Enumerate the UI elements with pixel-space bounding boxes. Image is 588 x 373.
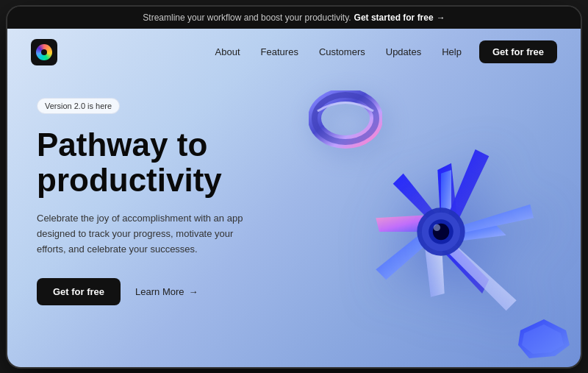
hero-subtitle: Celebrate the joy of accomplishment with… <box>37 211 250 257</box>
svg-point-15 <box>429 219 453 244</box>
svg-marker-3 <box>441 224 506 241</box>
announcement-bar: Streamline your workflow and boost your … <box>7 7 581 29</box>
nav-links: About Features Customers Updates Help <box>215 46 462 57</box>
hero-title: Pathway to productivity <box>37 127 250 199</box>
website-content: About Features Customers Updates Help Ge… <box>7 29 581 367</box>
svg-marker-12 <box>436 232 517 310</box>
torus-decoration <box>309 90 382 149</box>
svg-marker-18 <box>518 319 570 358</box>
svg-marker-9 <box>441 170 451 232</box>
nav-features[interactable]: Features <box>261 46 298 57</box>
nav-cta-button[interactable]: Get for free <box>479 40 557 63</box>
announcement-text: Streamline your workflow and boost your … <box>143 13 351 23</box>
nav-updates[interactable]: Updates <box>386 46 421 57</box>
svg-point-17 <box>434 224 440 230</box>
svg-marker-4 <box>437 232 489 294</box>
nav-about[interactable]: About <box>215 46 240 57</box>
hero-primary-button[interactable]: Get for free <box>37 278 121 305</box>
hero-content: Version 2.0 is here Pathway to productiv… <box>37 90 250 305</box>
svg-point-13 <box>417 207 465 255</box>
hero-decorations <box>243 76 581 367</box>
svg-marker-8 <box>393 173 445 231</box>
svg-point-14 <box>422 212 460 250</box>
device-screen: Streamline your workflow and boost your … <box>7 7 581 367</box>
svg-point-0 <box>315 95 376 142</box>
svg-marker-2 <box>437 163 458 231</box>
logo-icon <box>36 44 52 60</box>
nav-help[interactable]: Help <box>442 46 462 57</box>
svg-marker-11 <box>441 204 534 235</box>
hero-buttons: Get for free Learn More → <box>37 278 250 305</box>
svg-marker-6 <box>376 228 441 280</box>
navbar: About Features Customers Updates Help Ge… <box>7 29 581 76</box>
version-badge: Version 2.0 is here <box>37 98 120 114</box>
hero-title-line2: productivity <box>37 162 222 198</box>
svg-marker-19 <box>522 324 564 354</box>
learn-more-arrow: → <box>189 286 198 297</box>
announcement-cta[interactable]: Get started for free <box>354 13 434 23</box>
hero-section: Version 2.0 is here Pathway to productiv… <box>7 76 581 367</box>
svg-marker-5 <box>424 232 445 297</box>
nav-customers[interactable]: Customers <box>319 46 365 57</box>
hero-title-line1: Pathway to <box>37 127 207 163</box>
small-shape-decoration <box>514 316 573 360</box>
device-frame: Streamline your workflow and boost your … <box>7 7 581 367</box>
announcement-arrow: → <box>437 13 445 23</box>
svg-point-16 <box>433 223 449 239</box>
svg-marker-10 <box>441 149 489 232</box>
logo[interactable] <box>31 39 57 65</box>
learn-more-label: Learn More <box>135 286 184 297</box>
svg-point-1 <box>315 95 376 142</box>
svg-marker-7 <box>376 214 441 231</box>
starburst-decoration <box>338 129 544 335</box>
hero-secondary-button[interactable]: Learn More → <box>135 286 198 297</box>
